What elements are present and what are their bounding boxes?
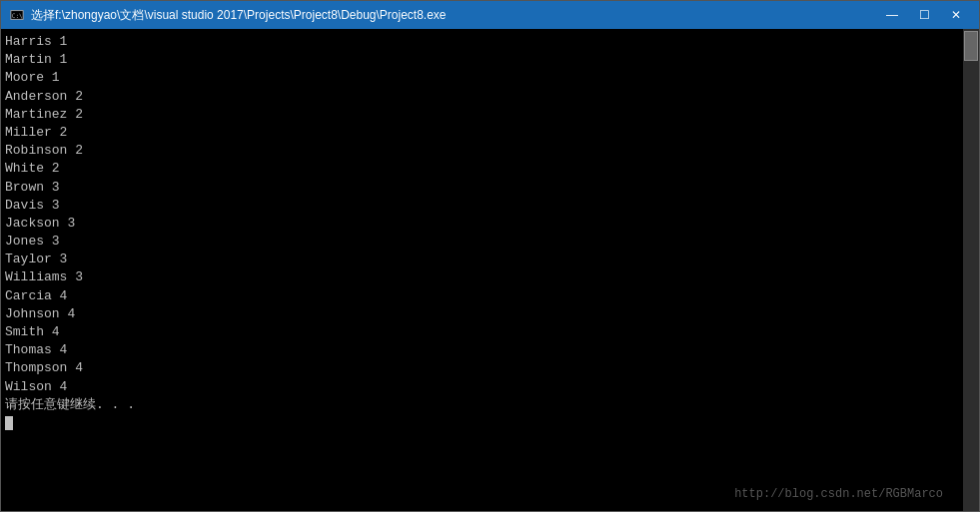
svg-text:C:\: C:\	[12, 12, 23, 19]
titlebar-left: C:\ 选择f:\zhongyao\文档\visual studio 2017\…	[9, 7, 447, 24]
close-button[interactable]: ✕	[941, 5, 971, 25]
titlebar: C:\ 选择f:\zhongyao\文档\visual studio 2017\…	[1, 1, 979, 29]
restore-button[interactable]: ☐	[909, 5, 939, 25]
content-area: Harris 1 Martin 1 Moore 1 Anderson 2 Mar…	[1, 29, 979, 511]
app-icon: C:\	[9, 7, 25, 23]
scrollbar-thumb[interactable]	[964, 31, 978, 61]
terminal-output[interactable]: Harris 1 Martin 1 Moore 1 Anderson 2 Mar…	[1, 29, 963, 511]
cursor	[5, 416, 13, 430]
window-title: 选择f:\zhongyao\文档\visual studio 2017\Proj…	[31, 7, 447, 24]
scrollbar[interactable]	[963, 29, 979, 511]
terminal-text: Harris 1 Martin 1 Moore 1 Anderson 2 Mar…	[5, 33, 959, 414]
window-controls: — ☐ ✕	[877, 5, 971, 25]
console-window: C:\ 选择f:\zhongyao\文档\visual studio 2017\…	[0, 0, 980, 512]
minimize-button[interactable]: —	[877, 5, 907, 25]
watermark: http://blog.csdn.net/RGBMarco	[734, 486, 943, 503]
